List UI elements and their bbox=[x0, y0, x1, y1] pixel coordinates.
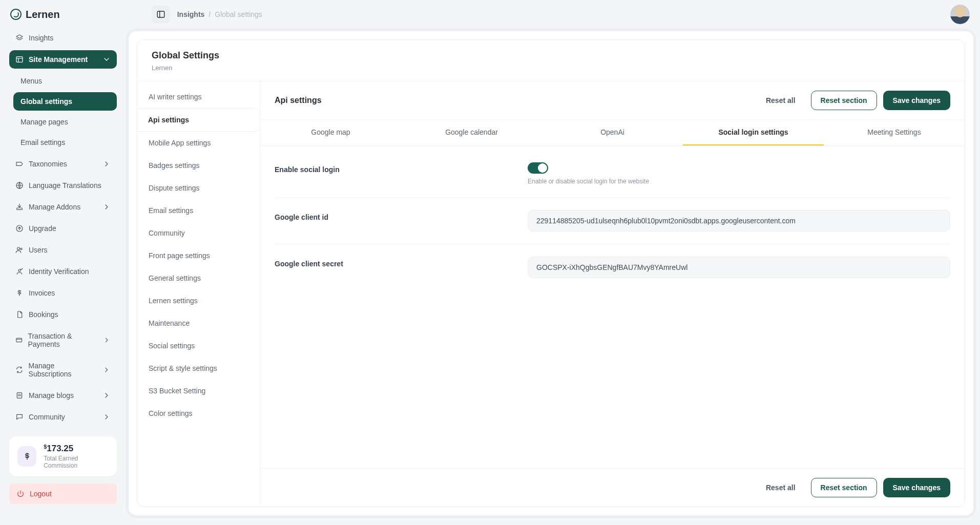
sidebar-item-label: Users bbox=[29, 246, 48, 254]
sidebar-submenu-site-management: Menus Global settings Manage pages Email… bbox=[9, 72, 117, 152]
page-subtitle: Lernen bbox=[152, 64, 950, 72]
sidebar-item-blogs[interactable]: Manage blogs bbox=[9, 386, 117, 405]
subtab-social-login[interactable]: Social login settings bbox=[683, 120, 824, 145]
subtab-meeting[interactable]: Meeting Settings bbox=[824, 120, 965, 145]
settings-tab-script[interactable]: Script & style settings bbox=[137, 357, 260, 380]
settings-tab-general[interactable]: General settings bbox=[137, 267, 260, 289]
settings-tab-mobile[interactable]: Mobile App settings bbox=[137, 132, 260, 154]
settings-tab-social[interactable]: Social settings bbox=[137, 334, 260, 357]
sidebar-item-upgrade[interactable]: Upgrade bbox=[9, 219, 117, 238]
content: Global Settings Lernen AI writer setting… bbox=[126, 29, 976, 518]
svg-rect-15 bbox=[17, 393, 22, 398]
refresh-icon bbox=[15, 366, 24, 374]
user-avatar[interactable] bbox=[950, 5, 970, 24]
settings-tab-email[interactable]: Email settings bbox=[137, 199, 260, 222]
sidebar-item-invoices[interactable]: Invoices bbox=[9, 284, 117, 302]
field-google-client-secret: Google client secret bbox=[275, 244, 950, 290]
save-button[interactable]: Save changes bbox=[883, 91, 950, 110]
sidebar-item-label: Language Translations bbox=[29, 181, 101, 190]
field-enable-social-login: Enable social login Enable or disable so… bbox=[275, 150, 950, 198]
sidebar-sub-manage-pages[interactable]: Manage pages bbox=[13, 113, 117, 131]
settings-tab-dispute[interactable]: Dispute settings bbox=[137, 177, 260, 199]
sidebar-item-insights[interactable]: Insights bbox=[9, 29, 117, 47]
svg-rect-0 bbox=[157, 11, 164, 17]
layout-icon bbox=[15, 55, 24, 64]
settings-tab-maintenance[interactable]: Maintenance bbox=[137, 312, 260, 334]
logout-button[interactable]: Logout bbox=[9, 484, 117, 504]
breadcrumb-separator: / bbox=[208, 10, 211, 18]
subtab-openai[interactable]: OpenAi bbox=[542, 120, 683, 145]
identity-icon bbox=[15, 267, 24, 276]
globe-icon bbox=[15, 181, 24, 190]
sidebar-item-language[interactable]: Language Translations bbox=[9, 176, 117, 195]
breadcrumb-root[interactable]: Insights bbox=[177, 10, 205, 18]
chat-icon bbox=[15, 413, 24, 421]
brand-name: Lernen bbox=[26, 9, 60, 20]
tag-icon bbox=[15, 160, 24, 168]
sidebar-sub-email-settings[interactable]: Email settings bbox=[13, 133, 117, 152]
sidebar-item-label: Insights bbox=[29, 34, 53, 42]
sidebar-item-community[interactable]: Community bbox=[9, 408, 117, 426]
api-subtabs: Google map Google calendar OpenAi Social… bbox=[260, 120, 965, 146]
settings-tab-community[interactable]: Community bbox=[137, 222, 260, 244]
subtab-google-calendar[interactable]: Google calendar bbox=[401, 120, 542, 145]
sidebar-sub-global-settings[interactable]: Global settings bbox=[13, 92, 117, 111]
panel-title: Api settings bbox=[275, 96, 750, 105]
field-help: Enable or disable social login for the w… bbox=[528, 178, 950, 185]
svg-point-11 bbox=[20, 248, 22, 249]
sidebar: Insights Site Management Menus Global se… bbox=[4, 29, 122, 518]
dollar-icon bbox=[15, 289, 24, 297]
sidebar-item-transactions[interactable]: Transaction & Payments bbox=[9, 327, 117, 353]
breadcrumb-current: Global settings bbox=[215, 10, 262, 18]
commission-label: Total Earned Commission bbox=[44, 455, 109, 469]
field-google-client-id: Google client id bbox=[275, 198, 950, 244]
sidebar-item-site-management[interactable]: Site Management bbox=[9, 50, 117, 69]
sidebar-item-label: Identity Verification bbox=[29, 267, 89, 276]
settings-tab-color[interactable]: Color settings bbox=[137, 402, 260, 425]
save-button-footer[interactable]: Save changes bbox=[883, 478, 950, 497]
svg-point-10 bbox=[17, 247, 20, 250]
settings-tab-badges[interactable]: Badges settings bbox=[137, 154, 260, 177]
google-client-secret-input[interactable] bbox=[528, 257, 950, 278]
sidebar-item-identity[interactable]: Identity Verification bbox=[9, 262, 117, 281]
sidebar-sub-menus[interactable]: Menus bbox=[13, 72, 117, 90]
settings-tab-ai-writer[interactable]: AI writer settings bbox=[137, 86, 260, 108]
settings-tab-lernen[interactable]: Lernen settings bbox=[137, 289, 260, 312]
enable-social-login-toggle[interactable] bbox=[528, 162, 548, 174]
chevron-right-icon bbox=[102, 160, 111, 168]
sidebar-collapse-button[interactable] bbox=[152, 5, 170, 24]
download-icon bbox=[15, 203, 24, 211]
sidebar-item-taxonomies[interactable]: Taxonomies bbox=[9, 155, 117, 173]
chevron-right-icon bbox=[102, 391, 111, 400]
svg-rect-7 bbox=[17, 208, 23, 209]
sidebar-item-label: Bookings bbox=[29, 310, 58, 319]
reset-all-button[interactable]: Reset all bbox=[757, 91, 805, 110]
svg-point-12 bbox=[18, 269, 20, 271]
sidebar-item-subscriptions[interactable]: Manage Subscriptions bbox=[9, 356, 117, 383]
settings-tab-api[interactable]: Api settings bbox=[137, 108, 259, 132]
google-client-id-input[interactable] bbox=[528, 210, 950, 232]
breadcrumb: Insights / Global settings bbox=[177, 10, 262, 18]
settings-nav: AI writer settings Api settings Mobile A… bbox=[137, 81, 260, 507]
reset-all-button-footer[interactable]: Reset all bbox=[757, 478, 805, 497]
subtab-google-map[interactable]: Google map bbox=[260, 120, 401, 145]
document-icon bbox=[15, 391, 24, 400]
reset-section-button[interactable]: Reset section bbox=[811, 91, 877, 110]
sidebar-item-users[interactable]: Users bbox=[9, 241, 117, 259]
panel-left-icon bbox=[156, 10, 165, 19]
brand-logo[interactable]: Lernen bbox=[10, 9, 60, 20]
sidebar-item-label: Transaction & Payments bbox=[28, 332, 98, 348]
topbar: Lernen Insights / Global settings bbox=[0, 0, 980, 29]
settings-panel: Api settings Reset all Reset section Sav… bbox=[260, 81, 965, 507]
power-icon bbox=[16, 490, 25, 498]
settings-tab-s3[interactable]: S3 Bucket Setting bbox=[137, 380, 260, 402]
users-icon bbox=[15, 246, 24, 254]
sidebar-item-label: Manage blogs bbox=[29, 391, 74, 400]
chevron-right-icon bbox=[103, 336, 111, 344]
svg-marker-2 bbox=[16, 35, 23, 38]
sidebar-item-addons[interactable]: Manage Addons bbox=[9, 198, 117, 216]
settings-tab-front-page[interactable]: Front page settings bbox=[137, 244, 260, 267]
reset-section-button-footer[interactable]: Reset section bbox=[811, 478, 877, 497]
sidebar-item-bookings[interactable]: Bookings bbox=[9, 305, 117, 324]
sidebar-item-label: Site Management bbox=[29, 55, 88, 64]
